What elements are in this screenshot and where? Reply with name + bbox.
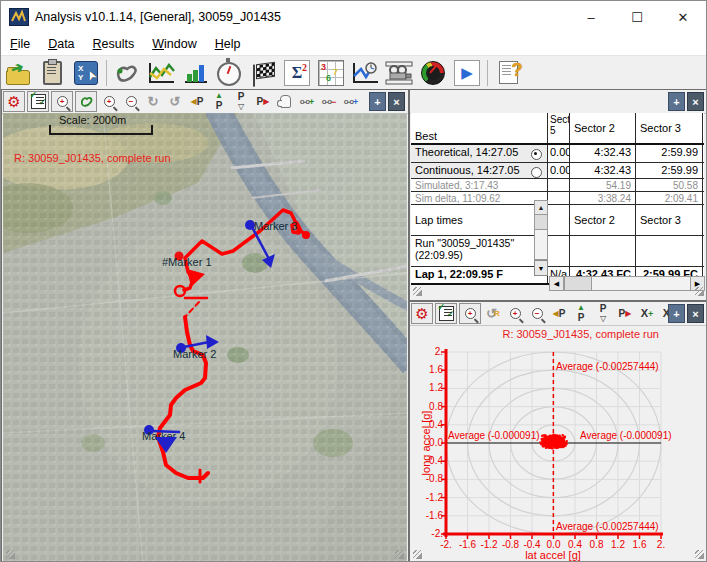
zoom-in-icon: + — [104, 96, 115, 107]
map-rotate-ccw-button[interactable]: ↺ — [164, 92, 186, 111]
cell: 0.00 — [548, 145, 570, 162]
gauge-button[interactable] — [416, 58, 450, 88]
map-zoom-window-button[interactable]: + — [51, 91, 73, 112]
chart-time-button[interactable] — [348, 58, 382, 88]
resize-grip[interactable] — [6, 550, 15, 559]
chart-marker-add-down-button[interactable]: P▽ — [592, 304, 614, 323]
map-marker-next-button[interactable]: P▶ — [252, 92, 274, 111]
title-bar: Analysis v10.1.14, [General], 30059_J014… — [1, 1, 706, 33]
chart-marker-prev-button[interactable]: ◀P — [548, 304, 570, 323]
map-node-insert-button[interactable]: o-o+ — [340, 92, 362, 111]
lap-dropdown-button[interactable]: ▼ — [534, 260, 548, 276]
resize-grip[interactable] — [695, 550, 704, 559]
map-rotate-cw-button[interactable]: ↻ — [142, 92, 164, 111]
cell — [548, 192, 570, 204]
map-pan-button[interactable] — [274, 92, 296, 111]
scroll-left-icon[interactable]: ◀ — [550, 277, 564, 290]
close-button[interactable]: ✕ — [660, 1, 706, 33]
map-marker-add-down-button[interactable]: P▽ — [230, 92, 252, 111]
menu-window[interactable]: Window — [143, 35, 205, 53]
play-icon: ▶ — [454, 60, 480, 86]
laptimes-dockbar: + × — [410, 90, 707, 114]
clipboard-button[interactable] — [35, 58, 69, 88]
arrow-up-icon: ▲ — [215, 92, 223, 100]
map-canvas[interactable]: #Marker 1Marker 3Marker 2Marker 4 Scale:… — [3, 113, 407, 562]
map-settings-button[interactable]: ⚙ — [3, 91, 25, 112]
chart-marker-next-button[interactable]: P▶ — [614, 304, 636, 323]
xy-chart-button[interactable] — [144, 58, 178, 88]
table-horizontal-scrollbar[interactable]: ◀ ▶ — [549, 276, 705, 291]
chart-zoom-out-button[interactable]: − — [526, 304, 548, 323]
gg-chart-panel: ⚙ ✓✓ + ↺R + − ◀P ▲P P▽ P▶ X+ X− + × R: 3… — [409, 301, 707, 562]
video-camera-button[interactable] — [382, 58, 416, 88]
finish-flag-button[interactable] — [246, 58, 280, 88]
toolbar-separator — [106, 60, 107, 86]
histogram-table-button[interactable]: 367 — [314, 58, 348, 88]
minimize-button[interactable]: – — [568, 1, 614, 33]
scroll-up-icon[interactable]: ▲ — [535, 201, 547, 215]
map-dock-close-button[interactable]: × — [388, 92, 405, 111]
map-zoom-in-button[interactable]: + — [98, 92, 120, 111]
radio-theoretical[interactable] — [531, 149, 542, 160]
chart-dock-close-button[interactable]: × — [687, 304, 704, 323]
help-icon: ? — [499, 61, 518, 84]
chart-settings-button[interactable]: ⚙ — [411, 303, 433, 324]
chart-channel-list-button[interactable]: ✓✓ — [435, 303, 457, 324]
menu-results[interactable]: Results — [84, 35, 144, 53]
open-folder-icon: ➔ — [6, 70, 30, 85]
row-simdelta-label: Sim delta, 11:09.62 — [411, 192, 548, 204]
scrollbar-thumb[interactable] — [535, 215, 547, 230]
map-marker-add-up-button[interactable]: ▲P — [208, 92, 230, 111]
arrow-up-icon: ▲ — [577, 304, 585, 312]
open-run-button[interactable]: ➔ — [1, 58, 35, 88]
map-marker-prev-button[interactable]: ◀P — [186, 92, 208, 111]
chart-zoom-in-button[interactable]: + — [504, 304, 526, 323]
svg-text:lat accel [g]: lat accel [g] — [525, 549, 581, 561]
row-simulated-label: Simulated, 3:17.43 — [411, 179, 548, 191]
scrollbar-thumb[interactable] — [564, 277, 592, 290]
rotate-ccw-icon: ↺ — [170, 94, 181, 109]
chart-toolbar: ⚙ ✓✓ + ↺R + − ◀P ▲P P▽ P▶ X+ X− + × — [410, 302, 707, 326]
sigma-squared-button[interactable]: Σ2 — [280, 58, 314, 88]
track-select-icon — [79, 94, 94, 109]
chart-x-plus-button[interactable]: X+ — [636, 304, 658, 323]
laptimes-dock-move-button[interactable]: + — [668, 92, 685, 111]
play-button[interactable]: ▶ — [450, 58, 484, 88]
bar-chart-button[interactable] — [178, 58, 212, 88]
resize-grip[interactable] — [395, 550, 404, 559]
gg-diagram[interactable]: Average (-0.00257444)Average (-0.0025744… — [410, 327, 707, 562]
chart-dock-move-button[interactable]: + — [668, 304, 685, 323]
chart-zoom-window-button[interactable]: + — [459, 303, 481, 324]
chart-zoom-reset-button[interactable]: ↺R — [482, 304, 504, 323]
svg-text:-1.2: -1.2 — [480, 539, 498, 550]
svg-text:-1.6: -1.6 — [459, 539, 477, 550]
gauge-icon — [421, 61, 445, 85]
chart-time-icon — [351, 61, 379, 85]
map-node-remove-button[interactable]: o-o− — [318, 92, 340, 111]
map-channel-list-button[interactable]: ✓✓ — [27, 91, 49, 112]
gear-icon: ⚙ — [415, 306, 428, 321]
map-track-select-button[interactable] — [75, 91, 97, 112]
map-dock-move-button[interactable]: + — [369, 92, 386, 111]
stopwatch-button[interactable] — [212, 58, 246, 88]
menu-data[interactable]: Data — [39, 35, 83, 53]
maximize-button[interactable]: ☐ — [614, 1, 660, 33]
svg-text:1.6: 1.6 — [633, 539, 647, 550]
map-node-add-button[interactable]: o-o+ — [296, 92, 318, 111]
track-map-button[interactable] — [110, 58, 144, 88]
resize-grip[interactable] — [413, 550, 422, 559]
lap-list-scrollbar[interactable]: ▲ — [534, 200, 548, 260]
app-icon — [9, 8, 29, 26]
help-button[interactable]: ? — [491, 58, 525, 88]
svg-text:-1.6: -1.6 — [426, 510, 444, 521]
menu-help[interactable]: Help — [206, 35, 250, 53]
chart-marker-add-up-button[interactable]: ▲P — [570, 304, 592, 323]
laptimes-dock-close-button[interactable]: × — [687, 92, 704, 111]
resize-grip[interactable] — [695, 287, 704, 296]
resize-grip[interactable] — [413, 287, 422, 296]
menu-file[interactable]: File — [1, 35, 39, 53]
export-xy-button[interactable]: XY➤ — [69, 58, 103, 88]
radio-continuous[interactable] — [531, 167, 542, 178]
lap-row-label[interactable]: Lap 1, 22:09.95 F — [411, 267, 548, 283]
map-zoom-out-button[interactable]: − — [120, 92, 142, 111]
